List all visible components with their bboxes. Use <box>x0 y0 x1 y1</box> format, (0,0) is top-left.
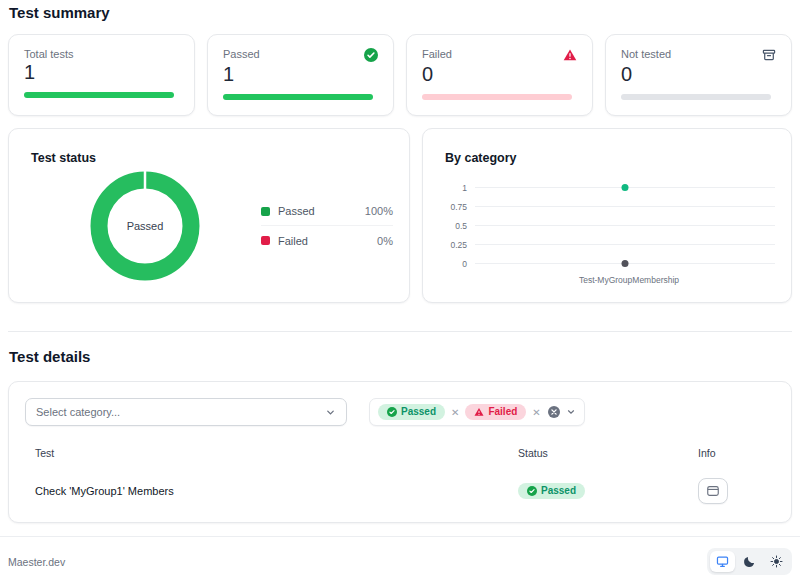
gridline <box>475 187 775 188</box>
check-circle-icon <box>527 486 537 496</box>
summary-cards: Total tests 1 Passed 1 Failed 0 <box>8 34 792 116</box>
sun-icon <box>770 555 783 568</box>
legend-value: 0% <box>377 235 393 247</box>
status-legend: Passed 100% Failed 0% <box>261 197 393 255</box>
passed-data-point[interactable] <box>622 184 629 191</box>
status-badge-label: Passed <box>541 486 576 496</box>
stat-card-not-tested: Not tested 0 <box>605 34 792 116</box>
test-details-card: Select category... Passed ✕ Failed ✕ <box>8 381 792 523</box>
by-category-title: By category <box>445 151 775 165</box>
column-header-info: Info <box>688 447 775 459</box>
stat-label: Passed <box>223 48 260 60</box>
warning-triangle-icon <box>474 407 484 417</box>
window-icon <box>706 484 720 498</box>
chevron-down-icon <box>325 407 336 418</box>
stat-value: 1 <box>223 63 378 85</box>
legend-label: Failed <box>278 235 308 247</box>
table-row[interactable]: Check 'MyGroup1' Members Passed <box>25 478 775 504</box>
category-select[interactable]: Select category... <box>25 398 347 426</box>
summary-section-title: Test summary <box>9 4 792 21</box>
remove-failed-filter-icon[interactable]: ✕ <box>531 407 541 418</box>
y-tick: 0 <box>439 259 475 269</box>
stat-label: Failed <box>422 48 452 60</box>
test-name: Check 'MyGroup1' Members <box>25 485 508 497</box>
y-tick: 0.25 <box>439 240 475 250</box>
legend-row-failed[interactable]: Failed 0% <box>261 226 393 255</box>
theme-dark-button[interactable] <box>737 551 762 572</box>
theme-toggle-group <box>707 548 792 575</box>
footer: Maester.dev <box>8 537 792 575</box>
check-circle-icon <box>387 407 397 417</box>
legend-label: Passed <box>278 205 315 217</box>
progress-bar-total <box>24 92 174 98</box>
progress-bar-not-tested <box>621 94 771 100</box>
status-badge: Passed <box>518 483 585 499</box>
donut-chart[interactable]: Passed <box>89 170 201 282</box>
legend-row-passed[interactable]: Passed 100% <box>261 197 393 226</box>
stat-value: 0 <box>621 63 776 85</box>
moon-icon <box>743 555 756 568</box>
passed-filter-pill[interactable]: Passed <box>378 404 445 420</box>
by-category-card: By category 1 0.75 0.5 0.25 <box>422 128 792 303</box>
pill-label: Passed <box>401 407 436 417</box>
category-select-placeholder: Select category... <box>36 406 120 418</box>
y-tick: 0.75 <box>439 202 475 212</box>
tests-table: Test Status Info Check 'MyGroup1' Member… <box>25 447 775 504</box>
stat-value: 1 <box>24 61 179 83</box>
category-scatter-chart: 1 0.75 0.5 0.25 0 <box>439 178 775 285</box>
column-header-status: Status <box>508 447 688 459</box>
monitor-icon <box>716 555 729 568</box>
open-test-details-button[interactable] <box>698 478 728 504</box>
failed-filter-pill[interactable]: Failed <box>465 404 526 420</box>
gridline <box>475 263 775 264</box>
y-tick: 0.5 <box>439 221 475 231</box>
progress-bar-passed <box>223 94 373 100</box>
chevron-down-icon[interactable] <box>566 407 576 417</box>
check-circle-icon <box>364 48 378 62</box>
table-header-row: Test Status Info <box>25 447 775 459</box>
stat-card-total: Total tests 1 <box>8 34 195 116</box>
gridline <box>475 244 775 245</box>
zero-data-point[interactable] <box>622 260 629 267</box>
legend-value: 100% <box>365 205 393 217</box>
section-divider <box>8 331 792 332</box>
progress-bar-failed <box>422 94 572 100</box>
passed-swatch-icon <box>261 207 270 216</box>
column-header-test: Test <box>25 447 508 459</box>
theme-system-button[interactable] <box>710 551 735 572</box>
donut-center-label: Passed <box>89 170 201 282</box>
failed-swatch-icon <box>261 236 270 245</box>
stat-card-failed: Failed 0 <box>406 34 593 116</box>
gridline <box>475 206 775 207</box>
filter-row: Select category... Passed ✕ Failed ✕ <box>25 398 775 426</box>
pill-label: Failed <box>488 407 517 417</box>
maester-report-page: Test summary Total tests 1 Passed 1 Fail… <box>0 0 800 588</box>
warning-triangle-icon <box>563 48 577 62</box>
x-axis-category-label: Test-MyGroupMembership <box>483 275 775 285</box>
archive-box-icon <box>762 48 776 62</box>
stat-value: 0 <box>422 63 577 85</box>
status-filter-multiselect[interactable]: Passed ✕ Failed ✕ <box>369 398 585 426</box>
brand-link[interactable]: Maester.dev <box>8 556 65 568</box>
details-section-title: Test details <box>9 348 792 365</box>
stat-label: Total tests <box>24 48 74 60</box>
theme-light-button[interactable] <box>764 551 789 572</box>
gridline <box>475 225 775 226</box>
test-status-card: Test status Passed Passed 100% <box>8 128 410 303</box>
remove-passed-filter-icon[interactable]: ✕ <box>450 407 460 418</box>
stat-card-passed: Passed 1 <box>207 34 394 116</box>
stat-label: Not tested <box>621 48 671 60</box>
clear-all-filters-icon[interactable] <box>547 405 561 419</box>
charts-row: Test status Passed Passed 100% <box>8 128 792 303</box>
y-tick: 1 <box>439 183 475 193</box>
test-status-title: Test status <box>31 151 393 165</box>
